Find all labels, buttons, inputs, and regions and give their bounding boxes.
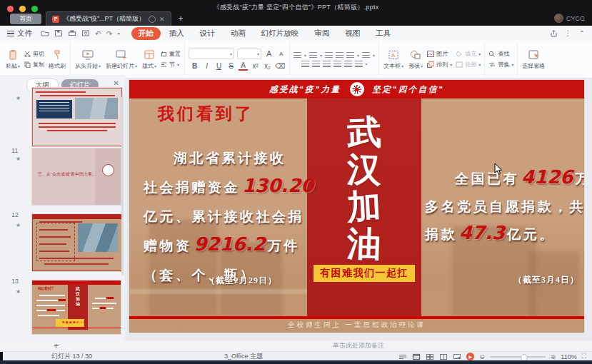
share-icon[interactable]: [550, 30, 558, 37]
slide-thumbnail-12[interactable]: [32, 214, 122, 271]
tab-design[interactable]: 设计: [193, 27, 222, 40]
slide-thumbnail-13-current[interactable]: 我们看到了 武汉加油 有困难我们一起扛: [32, 280, 121, 334]
outline-button[interactable]: 轮廓 ▾: [456, 61, 481, 69]
tab-tools[interactable]: 工具: [368, 27, 398, 40]
print-icon[interactable]: [68, 29, 76, 37]
account-area[interactable]: CYCG: [554, 14, 585, 23]
paste-button[interactable]: 粘贴▾: [5, 49, 21, 70]
zoom-slider[interactable]: [490, 356, 546, 358]
fill-caret-icon: ▾: [478, 51, 481, 56]
slide-panel: 大纲 幻灯片 ✕ ★ 11 ★ 三、从“众志成城”看中国力量。 12 ★ 13 …: [0, 75, 125, 340]
justify-icon[interactable]: [333, 61, 341, 67]
new-slide-button[interactable]: 新建幻灯片▾: [105, 49, 138, 70]
subscript-button[interactable]: x₂: [263, 62, 272, 70]
slide-canvas[interactable]: 感受战“疫”力量 坚定“四个自信” 武 汉 加 油 有困难我们一起扛 我们看到了…: [129, 80, 584, 333]
numbering-icon[interactable]: [309, 52, 317, 59]
distribute-icon[interactable]: [344, 61, 352, 67]
zoom-in-button[interactable]: ⊕: [551, 353, 556, 360]
superscript-button[interactable]: x²: [251, 62, 260, 70]
close-window-button[interactable]: [7, 6, 14, 12]
zoom-slider-handle[interactable]: [521, 354, 528, 361]
clear-format-button[interactable]: ⌫: [275, 62, 284, 70]
slide-thumbnail-11[interactable]: 三、从“众志成城”看中国力量。: [32, 148, 121, 205]
preview-icon[interactable]: [81, 29, 90, 37]
redo-icon[interactable]: ↷: [106, 29, 113, 38]
add-slide-button[interactable]: +: [54, 341, 59, 351]
selection-pane-button[interactable]: 选择窗格: [521, 49, 546, 70]
format-painter-button[interactable]: 格式刷: [48, 49, 66, 70]
cut-button[interactable]: 剪切: [24, 50, 44, 58]
collapse-ribbon-icon[interactable]: ⌃: [579, 29, 585, 37]
layout-button[interactable]: 版式▾: [141, 49, 157, 70]
find-button[interactable]: 查找: [488, 50, 513, 58]
decrease-indent-icon[interactable]: [325, 52, 333, 59]
quickbar-caret-icon[interactable]: ▾: [118, 31, 120, 36]
textbox-caret-icon: ▾: [401, 64, 403, 69]
play-slideshow-button[interactable]: ▶: [466, 353, 474, 360]
close-panel-icon[interactable]: ✕: [114, 79, 119, 87]
align-right-icon[interactable]: [323, 61, 331, 67]
font-color-button[interactable]: A: [239, 61, 248, 71]
text-direction-icon[interactable]: [346, 52, 354, 59]
tab-review[interactable]: 审阅: [307, 27, 336, 40]
font-size-combo[interactable]: ▾: [237, 49, 261, 59]
font-name-combo[interactable]: ▾: [189, 49, 234, 59]
notes-toggle-icon[interactable]: [398, 353, 407, 360]
zoom-out-button[interactable]: ⊖: [479, 353, 485, 360]
undo-icon[interactable]: ↶: [95, 29, 101, 38]
tab-slideshow[interactable]: 幻灯片放映: [254, 27, 306, 40]
close-tab-icon[interactable]: ✕: [159, 16, 165, 23]
columns-icon[interactable]: [355, 61, 363, 67]
picture-button[interactable]: 图片: [427, 50, 452, 58]
file-menu-button[interactable]: 文件: [7, 29, 32, 39]
tab-home[interactable]: 开始: [131, 27, 161, 40]
editing-group: 查找 替换 ▾: [485, 42, 518, 76]
new-tab-button[interactable]: +: [179, 14, 184, 24]
shrink-font-button[interactable]: A: [276, 51, 286, 57]
tab-insert[interactable]: 插入: [162, 27, 191, 40]
open-file-icon[interactable]: [41, 29, 49, 37]
zoom-level: 110%: [561, 353, 576, 360]
align-center-icon[interactable]: [312, 61, 320, 67]
save-icon[interactable]: [54, 29, 63, 37]
shapes-button[interactable]: 形状▾: [408, 49, 423, 70]
document-tab[interactable]: P 《感受战“疫”...PT（精简版） ✕: [46, 11, 171, 26]
italic-button[interactable]: I: [202, 62, 211, 70]
reading-view-icon[interactable]: [439, 353, 448, 360]
textbox-icon: A: [387, 49, 400, 61]
increase-indent-icon[interactable]: [336, 52, 343, 59]
copy-button[interactable]: 复制: [24, 61, 44, 69]
from-start-label: 从头开始: [75, 62, 98, 70]
notes-placeholder[interactable]: 单击此处添加备注: [125, 340, 592, 351]
tab-view[interactable]: 视图: [338, 27, 367, 40]
tab-animation[interactable]: 动画: [224, 27, 253, 40]
replace-button[interactable]: 替换 ▾: [488, 61, 513, 69]
minimize-window-button[interactable]: [19, 6, 26, 12]
fit-slide-icon[interactable]: ⛶: [582, 353, 586, 360]
calligraphy-char: 武: [346, 113, 382, 152]
bullets-icon[interactable]: [294, 52, 301, 59]
animation-star-icon: ★: [16, 95, 21, 101]
align-left-icon[interactable]: [301, 61, 309, 67]
slide-thumbnail-10[interactable]: [32, 88, 122, 146]
underline-button[interactable]: U: [214, 62, 224, 70]
animation-star-icon: ★: [16, 222, 21, 228]
grow-font-button[interactable]: A: [264, 49, 274, 58]
zoom-window-button[interactable]: [31, 6, 38, 12]
line-spacing-icon[interactable]: [362, 52, 370, 59]
section-button[interactable]: 节 ▾: [161, 61, 181, 69]
strikethrough-button[interactable]: S: [226, 62, 236, 70]
from-start-button[interactable]: 从头开始▾: [74, 49, 101, 70]
more-options-icon[interactable]: ⋮: [565, 29, 572, 37]
from-start-caret-icon: ▾: [99, 64, 101, 69]
textbox-button[interactable]: A 文本框▾: [383, 49, 404, 70]
home-tab-button[interactable]: 首页: [10, 14, 41, 24]
normal-view-icon[interactable]: [412, 353, 421, 360]
sidebar-scrollbar[interactable]: [121, 96, 124, 275]
fill-button[interactable]: 填充 ▾: [456, 50, 481, 58]
arrange-button[interactable]: 排列 ▾: [427, 61, 452, 69]
slideshow-settings-icon[interactable]: [453, 353, 461, 360]
bold-button[interactable]: B: [190, 62, 199, 70]
reset-button[interactable]: 重置: [161, 50, 181, 58]
slide-sorter-icon[interactable]: [426, 353, 434, 360]
